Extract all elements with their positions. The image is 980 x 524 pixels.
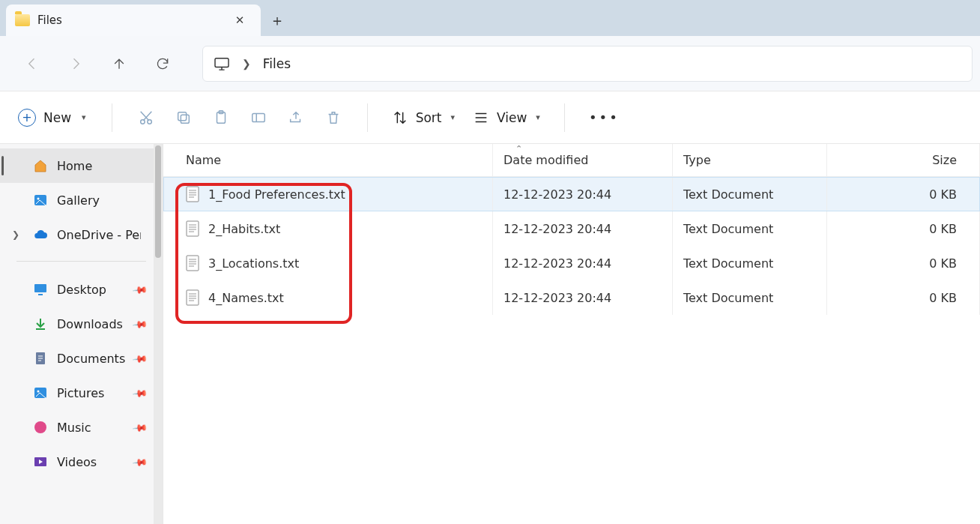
download-icon [33, 316, 48, 331]
sort-icon [392, 109, 408, 126]
new-button[interactable]: + New ▾ [15, 103, 95, 133]
file-rows: 1_Food Preferences.txt 12-12-2023 20:44 … [163, 177, 980, 315]
nav-row: ❯ Files [0, 36, 980, 91]
text-file-icon [186, 220, 199, 237]
col-name[interactable]: Name [163, 144, 493, 176]
svg-rect-10 [34, 284, 46, 292]
col-type[interactable]: Type [673, 144, 827, 176]
file-name: 2_Habits.txt [208, 222, 280, 236]
file-row[interactable]: 3_Locations.txt 12-12-2023 20:44 Text Do… [163, 246, 980, 280]
more-button[interactable]: ••• [581, 109, 627, 125]
sidebar-item-desktop[interactable]: Desktop 📌 [0, 272, 163, 307]
column-headers: Name Date modified Type Size [163, 144, 980, 177]
sidebar-item-home[interactable]: Home [0, 148, 163, 183]
close-tab-button[interactable]: ✕ [229, 10, 250, 31]
sidebar-label: Downloads [57, 317, 123, 331]
music-icon [33, 420, 48, 435]
sidebar-item-gallery[interactable]: Gallery [0, 183, 163, 217]
sidebar-label: Videos [57, 455, 97, 469]
sidebar-label: Documents [57, 352, 125, 366]
share-button[interactable] [279, 103, 313, 133]
address-bar[interactable]: ❯ Files [202, 46, 973, 82]
svg-rect-3 [181, 115, 189, 123]
desktop-icon [33, 282, 48, 297]
documents-icon [33, 351, 48, 366]
paste-button[interactable] [204, 103, 238, 133]
this-pc-icon [214, 57, 230, 70]
svg-point-15 [39, 426, 42, 429]
text-file-icon [186, 255, 199, 271]
copy-button[interactable] [166, 103, 201, 133]
file-pane: ⌃ Name Date modified Type Size 1_Food Pr… [163, 144, 980, 524]
svg-rect-7 [252, 113, 264, 121]
tab-strip: Files ✕ ＋ [0, 0, 980, 36]
file-row[interactable]: 2_Habits.txt 12-12-2023 20:44 Text Docum… [163, 211, 980, 246]
svg-rect-4 [178, 112, 186, 120]
separator [367, 103, 368, 132]
rename-button[interactable] [241, 103, 276, 133]
new-label: New [43, 110, 71, 125]
scrollbar-thumb[interactable] [155, 145, 161, 258]
plus-circle-icon: + [18, 109, 36, 127]
svg-rect-19 [187, 256, 199, 271]
forward-button[interactable] [57, 45, 94, 82]
chevron-down-icon: ▾ [82, 112, 86, 122]
sidebar-label: Gallery [57, 193, 100, 208]
tab-title: Files [37, 13, 222, 27]
gallery-icon [33, 193, 48, 208]
svg-rect-18 [187, 221, 199, 236]
text-file-icon [186, 289, 199, 306]
pin-icon: 📌 [132, 350, 148, 367]
chevron-right-icon[interactable]: ❯ [12, 229, 19, 240]
svg-rect-0 [215, 58, 229, 67]
sidebar-scrollbar[interactable] [154, 144, 163, 524]
refresh-button[interactable] [144, 45, 181, 82]
sidebar-label: OneDrive - Perso [57, 228, 141, 242]
text-file-icon [186, 186, 199, 202]
file-name: 4_Names.txt [208, 291, 284, 305]
tab-files[interactable]: Files ✕ [6, 4, 261, 36]
pin-icon: 📌 [132, 419, 148, 436]
sidebar-item-onedrive[interactable]: ❯ OneDrive - Perso [0, 217, 163, 252]
sidebar-item-documents[interactable]: Documents 📌 [0, 341, 163, 376]
sidebar-label: Pictures [57, 386, 104, 400]
file-name: 1_Food Preferences.txt [208, 187, 345, 202]
videos-icon [33, 454, 48, 469]
chevron-down-icon: ▾ [536, 112, 540, 122]
view-button[interactable]: View ▾ [465, 103, 548, 133]
svg-rect-20 [187, 290, 199, 305]
main-area: Home Gallery ❯ OneDrive - Perso Desktop … [0, 144, 980, 524]
file-type: Text Document [683, 187, 773, 202]
sidebar-item-music[interactable]: Music 📌 [0, 410, 163, 445]
up-button[interactable] [100, 45, 138, 82]
chevron-right-icon[interactable]: ❯ [242, 58, 251, 70]
file-type: Text Document [683, 256, 773, 271]
file-size: 0 KB [929, 256, 957, 271]
svg-point-9 [37, 198, 40, 200]
breadcrumb-current[interactable]: Files [263, 56, 291, 71]
col-size[interactable]: Size [827, 144, 980, 176]
back-button[interactable] [13, 45, 51, 82]
sort-button[interactable]: Sort ▾ [384, 103, 462, 133]
sidebar-item-downloads[interactable]: Downloads 📌 [0, 307, 163, 341]
file-date: 12-12-2023 20:44 [503, 291, 611, 305]
sidebar-item-pictures[interactable]: Pictures 📌 [0, 376, 163, 410]
file-size: 0 KB [929, 187, 957, 202]
file-date: 12-12-2023 20:44 [503, 256, 611, 271]
sort-label: Sort [416, 110, 442, 125]
pin-icon: 📌 [132, 316, 148, 332]
toolbar: + New ▾ Sort ▾ View ▾ ••• [0, 91, 980, 144]
file-type: Text Document [683, 222, 773, 236]
pin-icon: 📌 [132, 454, 148, 470]
cloud-icon [33, 227, 48, 242]
file-size: 0 KB [929, 291, 957, 305]
view-label: View [497, 110, 527, 125]
pictures-icon [33, 385, 48, 400]
cut-button[interactable] [129, 103, 163, 133]
sidebar-item-videos[interactable]: Videos 📌 [0, 445, 163, 479]
view-icon [473, 109, 489, 126]
file-row[interactable]: 1_Food Preferences.txt 12-12-2023 20:44 … [163, 177, 980, 211]
file-row[interactable]: 4_Names.txt 12-12-2023 20:44 Text Docume… [163, 280, 980, 315]
new-tab-button[interactable]: ＋ [261, 4, 294, 36]
delete-button[interactable] [316, 103, 351, 133]
